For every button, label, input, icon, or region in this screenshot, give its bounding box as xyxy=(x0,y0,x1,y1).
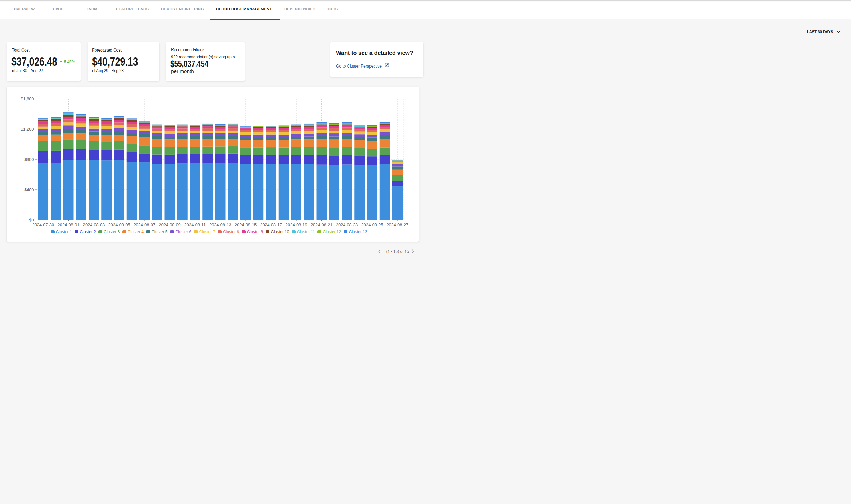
svg-text:2024-08-27: 2024-08-27 xyxy=(386,222,409,227)
svg-text:2024-08-17: 2024-08-17 xyxy=(260,222,282,227)
svg-text:2024-08-13: 2024-08-13 xyxy=(209,222,231,227)
svg-text:2024-07-30: 2024-07-30 xyxy=(32,222,54,227)
svg-text:2024-08-11: 2024-08-11 xyxy=(184,222,206,227)
svg-text:2024-08-25: 2024-08-25 xyxy=(361,222,383,227)
svg-text:2024-08-05: 2024-08-05 xyxy=(108,222,130,227)
svg-text:2024-08-03: 2024-08-03 xyxy=(83,222,105,227)
svg-text:2024-08-21: 2024-08-21 xyxy=(311,222,333,227)
svg-text:$400: $400 xyxy=(24,187,34,192)
svg-text:2024-08-09: 2024-08-09 xyxy=(159,222,181,227)
svg-text:2024-08-07: 2024-08-07 xyxy=(133,222,155,227)
svg-text:2024-08-19: 2024-08-19 xyxy=(285,222,307,227)
svg-text:$800: $800 xyxy=(24,157,34,162)
svg-text:2024-08-23: 2024-08-23 xyxy=(336,222,358,227)
svg-text:2024-08-01: 2024-08-01 xyxy=(57,222,80,227)
svg-text:$1,200: $1,200 xyxy=(21,127,34,131)
svg-text:$0: $0 xyxy=(29,217,34,222)
svg-text:2024-08-15: 2024-08-15 xyxy=(235,222,257,227)
svg-text:$1,600: $1,600 xyxy=(21,96,34,101)
